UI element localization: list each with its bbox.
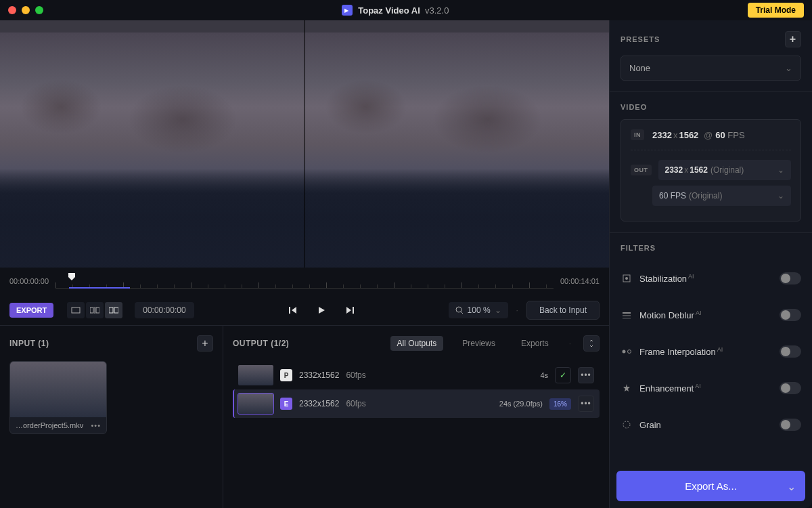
next-frame-button[interactable] bbox=[345, 305, 355, 315]
current-time[interactable]: 00:00:00:00 bbox=[135, 302, 194, 318]
view-mode-side-by-side[interactable] bbox=[105, 302, 122, 318]
add-preset-button[interactable]: + bbox=[785, 31, 801, 47]
play-controls bbox=[201, 305, 442, 315]
svg-line-9 bbox=[461, 312, 463, 314]
back-to-input-button[interactable]: Back to Input bbox=[526, 301, 600, 320]
filter-enhancement[interactable]: EnhancementAI bbox=[610, 370, 812, 406]
svg-point-15 bbox=[623, 350, 626, 354]
svg-rect-5 bbox=[114, 308, 118, 313]
chevron-down-icon: ⌄ bbox=[787, 480, 796, 492]
settings-sidebar: PRESETS + None ⌄ VIDEO IN 2332x1562 @60 … bbox=[609, 20, 812, 508]
app-icon bbox=[342, 5, 353, 16]
svg-rect-13 bbox=[623, 315, 631, 316]
output-fps-select[interactable]: 60 FPS(Original) ⌄ bbox=[652, 186, 791, 206]
svg-rect-6 bbox=[289, 307, 290, 314]
filter-grain[interactable]: Grain bbox=[610, 406, 812, 443]
output-row-menu[interactable]: ••• bbox=[578, 396, 594, 412]
svg-point-11 bbox=[625, 277, 628, 280]
zoom-icon bbox=[455, 306, 464, 314]
export-as-button[interactable]: Export As... bbox=[616, 471, 805, 501]
zoom-select[interactable]: 100 % ⌄ bbox=[449, 302, 508, 318]
output-resolution-select[interactable]: 2332x1562(Original) ⌄ bbox=[658, 160, 792, 180]
filter-motion-deblur[interactable]: Motion DeblurAI bbox=[610, 297, 812, 333]
output-row[interactable]: P 2332x1562 60fps 4s ✓ ••• bbox=[233, 361, 600, 389]
out-label: OUT bbox=[631, 165, 652, 175]
filter-toggle[interactable] bbox=[780, 272, 801, 284]
output-done-icon: ✓ bbox=[555, 367, 571, 383]
output-row-menu[interactable]: ••• bbox=[578, 367, 594, 383]
playhead[interactable] bbox=[68, 272, 76, 282]
controls-bar: EXPORT 00:00:00:00 100 % ⌄ · bbox=[0, 295, 609, 325]
svg-rect-12 bbox=[623, 312, 631, 314]
view-mode-single[interactable] bbox=[67, 302, 85, 318]
view-mode-group bbox=[67, 302, 122, 318]
maximize-window-button[interactable] bbox=[35, 6, 43, 14]
video-label: VIDEO bbox=[621, 103, 647, 111]
output-thumbnail bbox=[238, 394, 273, 414]
chevron-down-icon: ⌄ bbox=[777, 165, 784, 175]
minimize-window-button[interactable] bbox=[22, 6, 30, 14]
add-input-button[interactable]: + bbox=[197, 335, 213, 352]
filter-toggle[interactable] bbox=[780, 345, 801, 358]
input-panel: INPUT (1) + …orderProject5.mkv ••• bbox=[0, 326, 223, 508]
filter-frame-interpolation[interactable]: Frame InterpolationAI bbox=[610, 333, 812, 370]
chevron-down-icon: ⌄ bbox=[785, 63, 792, 73]
prev-frame-button[interactable] bbox=[288, 305, 298, 315]
input-filename: …orderProject5.mkv bbox=[16, 421, 83, 429]
filter-toggle[interactable] bbox=[780, 382, 801, 394]
filter-name: EnhancementAI bbox=[639, 383, 701, 394]
tab-all-outputs[interactable]: All Outputs bbox=[390, 336, 444, 351]
svg-rect-1 bbox=[90, 308, 93, 313]
svg-rect-4 bbox=[109, 308, 113, 313]
output-duration: 4s bbox=[540, 371, 548, 379]
filter-name: StabilizationAI bbox=[639, 273, 694, 284]
preview-pane-right[interactable] bbox=[305, 20, 610, 268]
close-window-button[interactable] bbox=[8, 6, 16, 14]
output-fps: 60fps bbox=[346, 399, 365, 408]
output-panel-title: OUTPUT (1/2) bbox=[233, 339, 289, 348]
interpolation-icon bbox=[621, 345, 633, 358]
in-label: IN bbox=[631, 129, 644, 140]
deblur-icon bbox=[621, 309, 633, 321]
trial-mode-badge: Trial Mode bbox=[748, 3, 804, 18]
timeline: 00:00:00:00 00:00:14:01 bbox=[0, 268, 609, 295]
timeline-ruler[interactable] bbox=[55, 274, 554, 289]
filter-stabilization[interactable]: StabilizationAI bbox=[610, 260, 812, 297]
timeline-end: 00:00:14:01 bbox=[560, 277, 600, 285]
sort-button[interactable] bbox=[583, 335, 600, 352]
video-info: IN 2332x1562 @60 FPS OUT 2332x1562(Origi… bbox=[621, 119, 801, 221]
tab-previews[interactable]: Previews bbox=[455, 336, 502, 351]
output-duration: 24s (29.0fps) bbox=[499, 400, 543, 408]
svg-rect-7 bbox=[353, 307, 354, 314]
input-clip[interactable]: …orderProject5.mkv ••• bbox=[9, 361, 107, 434]
svg-rect-14 bbox=[623, 318, 631, 319]
tab-exports[interactable]: Exports bbox=[514, 336, 556, 351]
output-resolution: 2332x1562 bbox=[299, 371, 339, 380]
output-row[interactable]: E 2332x1562 60fps 24s (29.0fps) 16% ••• bbox=[233, 389, 600, 418]
play-button[interactable] bbox=[317, 305, 326, 315]
input-panel-title: INPUT (1) bbox=[9, 339, 49, 348]
filter-toggle[interactable] bbox=[780, 309, 801, 321]
view-mode-split[interactable] bbox=[86, 302, 104, 318]
svg-rect-0 bbox=[72, 308, 80, 313]
preset-select[interactable]: None ⌄ bbox=[621, 56, 801, 81]
chevron-down-icon: ⌄ bbox=[777, 191, 784, 200]
output-thumbnail bbox=[238, 365, 273, 385]
input-clip-menu[interactable]: ••• bbox=[91, 421, 101, 429]
window-controls bbox=[8, 6, 43, 14]
preview-pane-left[interactable] bbox=[0, 20, 304, 268]
output-badge-export: E bbox=[280, 398, 292, 410]
grain-icon bbox=[621, 419, 633, 431]
export-button[interactable]: EXPORT bbox=[9, 303, 53, 318]
enhancement-icon bbox=[621, 382, 633, 394]
output-panel: OUTPUT (1/2) All Outputs Previews Export… bbox=[223, 326, 609, 508]
output-resolution: 2332x1562 bbox=[299, 399, 339, 408]
input-thumbnail bbox=[10, 362, 106, 417]
presets-label: PRESETS bbox=[621, 35, 660, 43]
svg-point-16 bbox=[628, 350, 631, 354]
filters-label: FILTERS bbox=[621, 244, 656, 252]
output-badge-preview: P bbox=[280, 369, 292, 381]
filter-toggle[interactable] bbox=[780, 419, 801, 431]
output-progress: 16% bbox=[549, 398, 571, 410]
timeline-start: 00:00:00:00 bbox=[9, 277, 49, 285]
